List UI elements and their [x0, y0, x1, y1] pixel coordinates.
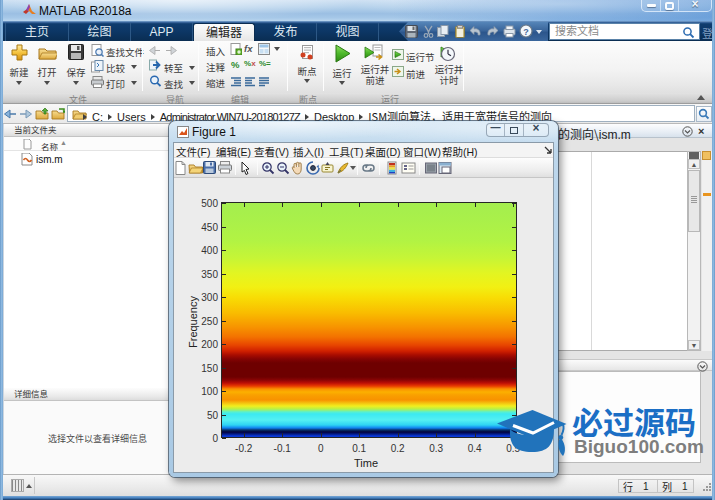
- svg-text:?: ?: [523, 27, 529, 37]
